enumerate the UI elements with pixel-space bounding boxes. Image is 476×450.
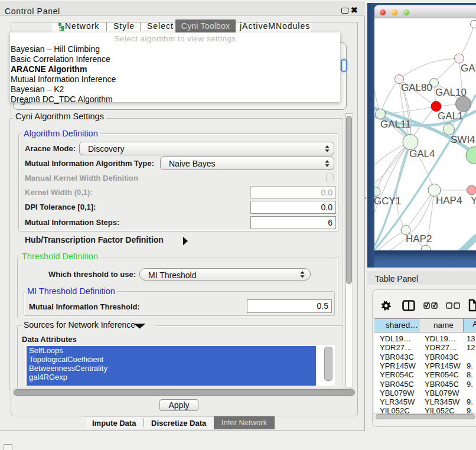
svg-text:GAL4: GAL4 [409, 148, 435, 159]
svg-text:GAL10: GAL10 [435, 87, 467, 98]
svg-text:SWI4: SWI4 [451, 134, 475, 145]
svg-text:HAP2: HAP2 [406, 233, 432, 244]
svg-text:Y: Y [471, 195, 476, 206]
svg-text:GAL80: GAL80 [401, 82, 432, 93]
svg-text:HAP4: HAP4 [436, 195, 462, 206]
svg-text:GAL11: GAL11 [380, 119, 411, 130]
svg-text:GAL: GAL [461, 63, 476, 74]
svg-text:GCY1: GCY1 [374, 195, 401, 207]
svg-text:GAL1: GAL1 [438, 110, 463, 122]
